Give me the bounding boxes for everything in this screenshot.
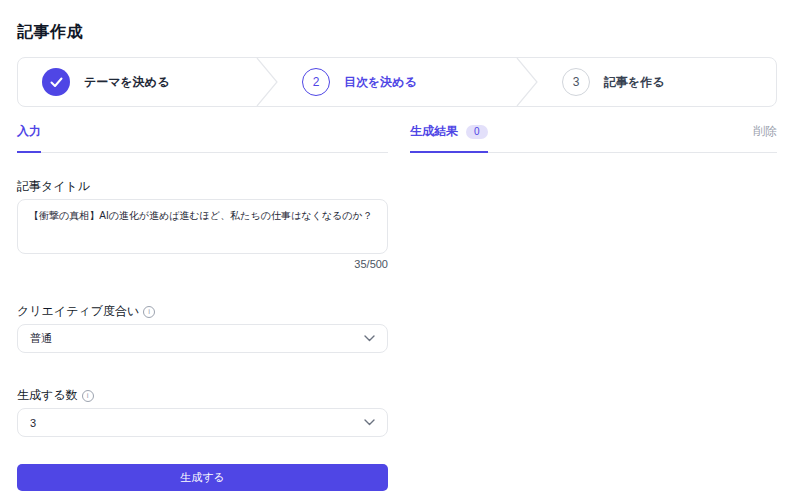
article-creation-page: 記事作成 テーマを決める 2 目次を決める 3 記事を作る: [17, 0, 777, 491]
check-icon: [50, 77, 63, 88]
input-tabs-row: 入力: [17, 123, 388, 153]
step-2-label: 目次を決める: [344, 74, 417, 91]
input-panel: 入力 記事タイトル 【衝撃の真相】AIの進化が進めば進むほど、私たちの仕事はなく…: [17, 123, 388, 491]
delete-button[interactable]: 削除: [753, 123, 777, 140]
step-3-number-circle: 3: [562, 68, 590, 96]
creativity-label: クリエイティブ度合い i: [17, 303, 388, 320]
article-title-label: 記事タイトル: [17, 178, 388, 195]
results-panel: 生成結果 0 削除: [410, 123, 777, 491]
generate-count-label: 生成する数 i: [17, 387, 388, 404]
step-3-label: 記事を作る: [604, 74, 665, 91]
creativity-select[interactable]: 普通: [17, 324, 388, 353]
info-icon[interactable]: i: [143, 306, 155, 318]
page-title: 記事作成: [17, 22, 777, 43]
step-1-label: テーマを決める: [84, 74, 169, 91]
tab-generated-results-label: 生成結果: [410, 123, 458, 140]
chevron-separator-icon: [256, 58, 278, 106]
step-create-article[interactable]: 3 記事を作る: [538, 58, 776, 106]
step-2-number-circle: 2: [302, 68, 330, 96]
generate-count-select[interactable]: 3: [17, 408, 388, 437]
generate-count-select-value: 3: [30, 417, 36, 429]
step-1-check-circle: [42, 68, 70, 96]
tab-input[interactable]: 入力: [17, 123, 41, 153]
chevron-down-icon: [364, 335, 375, 342]
generate-button[interactable]: 生成する: [17, 464, 388, 491]
info-icon[interactable]: i: [82, 390, 94, 402]
creativity-select-value: 普通: [30, 331, 52, 346]
step-decide-theme[interactable]: テーマを決める: [18, 58, 256, 106]
article-title-input[interactable]: 【衝撃の真相】AIの進化が進めば進むほど、私たちの仕事はなくなるのか？: [17, 199, 388, 254]
chevron-down-icon: [364, 419, 375, 426]
results-count-badge: 0: [466, 125, 488, 139]
progress-stepper: テーマを決める 2 目次を決める 3 記事を作る: [17, 57, 777, 107]
results-tabs-row: 生成結果 0 削除: [410, 123, 777, 153]
chevron-separator-icon: [516, 58, 538, 106]
tab-generated-results[interactable]: 生成結果 0: [410, 123, 488, 153]
step-decide-outline[interactable]: 2 目次を決める: [278, 58, 516, 106]
char-count: 35/500: [17, 258, 388, 270]
